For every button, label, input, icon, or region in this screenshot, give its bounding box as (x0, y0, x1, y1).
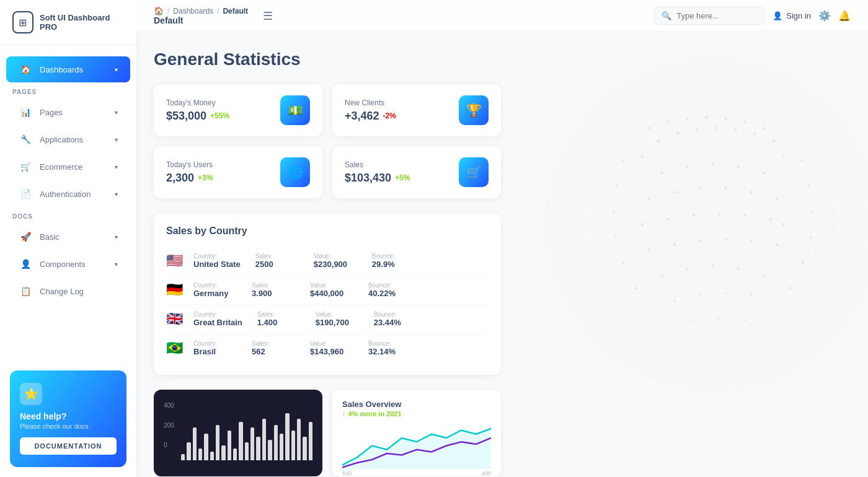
bar-chart-bar (268, 440, 272, 460)
bar-chart-bar (239, 422, 242, 460)
logo-icon: ⊞ (12, 11, 33, 33)
bar-chart-bar (274, 425, 278, 460)
content-area: General Statistics Today's Money $53,000… (136, 32, 868, 477)
chevron-down-icon: ▾ (115, 261, 118, 268)
svg-point-9 (585, 58, 841, 390)
settings-icon[interactable]: ⚙️ (818, 10, 831, 22)
sidebar-item-ecommerce[interactable]: 🛒 Ecommerce ▾ (6, 154, 130, 180)
stat-label: Today's Money (166, 98, 229, 107)
documentation-button[interactable]: DOCUMENTATION (20, 437, 117, 455)
bar-chart-bar (187, 442, 190, 460)
bar-chart-bar (198, 449, 202, 460)
changelog-icon: 📋 (19, 284, 32, 298)
flag-us: 🇺🇸 (166, 253, 184, 269)
stat-change: +5% (395, 173, 410, 182)
country-col-value: Value: $143,960 (310, 340, 353, 356)
svg-point-40 (686, 165, 689, 168)
search-box[interactable]: 🔍 (653, 7, 765, 25)
sidebar-logo: ⊞ Soft UI Dashboard PRO (0, 0, 136, 45)
home-icon: 🏠 (154, 6, 164, 15)
stat-change: +55% (210, 112, 229, 120)
svg-point-22 (734, 128, 737, 131)
chart-y-label-0: 0 (164, 442, 167, 449)
sidebar-item-components[interactable]: 👤 Components ▾ (6, 251, 130, 277)
bar-chart-bar (245, 442, 249, 460)
bar-chart-bar (193, 427, 197, 460)
svg-point-6 (546, 96, 868, 352)
bar-chart-bar (250, 427, 254, 460)
sidebar-item-label: Pages (40, 108, 63, 117)
help-subtitle: Please check our docs (20, 422, 117, 430)
svg-point-8 (630, 58, 797, 390)
svg-point-62 (776, 243, 778, 246)
ecommerce-icon: 🛒 (19, 160, 32, 173)
svg-point-60 (725, 239, 727, 241)
svg-point-49 (776, 198, 778, 200)
country-col-sales: Sales: 2500 (255, 253, 299, 269)
chart-y-label-400: 400 (164, 402, 174, 409)
country-col-value: Value: $440,000 (310, 282, 353, 298)
stat-card-money: Today's Money $53,000 +55% 💵 (154, 84, 322, 136)
breadcrumb: 🏠 / Dashboards / Default Default (154, 6, 248, 25)
sign-in-label: Sign in (786, 11, 811, 20)
svg-point-58 (673, 243, 676, 246)
header: 🏠 / Dashboards / Default Default ☰ 🔍 👤 S… (136, 0, 868, 32)
chevron-down-icon: ▾ (115, 234, 118, 240)
svg-point-39 (660, 172, 663, 174)
svg-point-17 (763, 127, 766, 129)
bar-chart-bar (280, 434, 283, 460)
svg-point-64 (686, 268, 689, 270)
user-icon: 👤 (773, 11, 782, 20)
svg-point-42 (737, 165, 740, 168)
components-icon: 👤 (19, 257, 32, 271)
svg-point-47 (725, 187, 727, 190)
stat-info: Sales $103,430 +5% (345, 160, 410, 185)
stat-label: Today's Users (166, 160, 213, 169)
breadcrumb-dashboards[interactable]: Dashboards (173, 7, 213, 15)
sidebar-item-applications[interactable]: 🔧 Applications ▾ (6, 126, 130, 152)
svg-point-32 (811, 210, 813, 212)
svg-point-37 (635, 287, 637, 289)
svg-point-68 (673, 300, 676, 302)
sidebar-item-pages[interactable]: 📊 Pages ▾ (6, 99, 130, 125)
pages-icon: 📊 (19, 105, 32, 119)
bottom-charts: 400 200 0 Sales Overview ↑ 4% more in 20… (154, 390, 501, 476)
svg-point-67 (763, 274, 766, 277)
country-row-gb: 🇬🇧 Country: Great Britain Sales: 1.400 V… (166, 305, 489, 334)
svg-point-71 (750, 294, 753, 296)
svg-point-51 (667, 218, 670, 221)
sidebar-item-authentication[interactable]: 📄 Authentication ▾ (6, 181, 130, 207)
svg-point-1 (572, 84, 854, 365)
sidebar-item-label: Applications (40, 135, 83, 144)
svg-point-65 (712, 265, 714, 267)
country-data: Country: Great Britain Sales: 1.400 Valu… (193, 311, 417, 327)
y-label-400: 400 (482, 470, 491, 476)
search-icon: 🔍 (662, 11, 671, 20)
notifications-icon[interactable]: 🔔 (838, 10, 851, 22)
svg-point-63 (660, 274, 663, 277)
svg-point-53 (718, 212, 720, 215)
help-star-icon: ⭐ (20, 383, 42, 405)
sidebar-item-changelog[interactable]: 📋 Change Log (6, 278, 130, 304)
search-input[interactable] (676, 11, 757, 20)
svg-point-56 (782, 223, 785, 225)
bar-chart-bar (309, 422, 312, 460)
svg-point-11 (648, 127, 650, 129)
country-col-value: Value: $230,900 (314, 253, 357, 269)
pages-section-label: PAGES (0, 84, 136, 98)
sign-in-button[interactable]: 👤 Sign in (773, 11, 811, 20)
svg-point-35 (622, 261, 624, 264)
chart-y-label-200: 200 (164, 422, 174, 429)
stats-grid: Today's Money $53,000 +55% 💵 New Clients… (154, 84, 501, 198)
svg-point-13 (686, 117, 689, 120)
stat-card-sales: Sales $103,430 +5% 🛒 (332, 146, 501, 198)
applications-icon: 🔧 (19, 133, 32, 146)
sidebar-item-dashboards[interactable]: 🏠 Dashboards ▾ (6, 56, 130, 82)
hamburger-icon[interactable]: ☰ (263, 9, 273, 23)
bar-chart (181, 405, 312, 460)
svg-point-16 (744, 121, 746, 123)
country-col-name: Country: Great Britain (193, 311, 242, 327)
chevron-down-icon: ▾ (115, 136, 118, 143)
svg-point-28 (802, 159, 804, 162)
sidebar-item-basic[interactable]: 🚀 Basic ▾ (6, 224, 130, 250)
